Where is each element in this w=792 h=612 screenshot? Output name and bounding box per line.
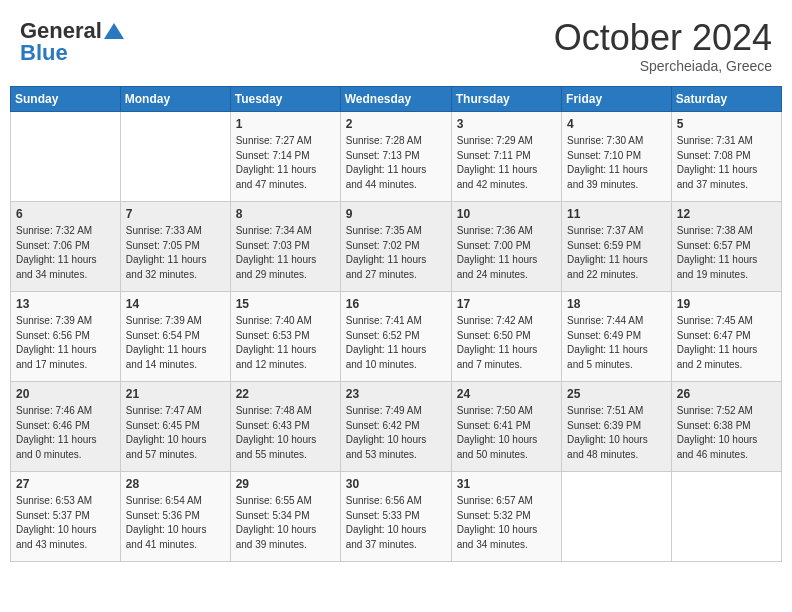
day-number: 17 xyxy=(457,296,556,313)
svg-marker-0 xyxy=(104,23,124,39)
day-info: Sunrise: 7:50 AM Sunset: 6:41 PM Dayligh… xyxy=(457,404,556,462)
calendar-cell: 2Sunrise: 7:28 AM Sunset: 7:13 PM Daylig… xyxy=(340,111,451,201)
day-info: Sunrise: 7:52 AM Sunset: 6:38 PM Dayligh… xyxy=(677,404,776,462)
day-number: 1 xyxy=(236,116,335,133)
day-number: 24 xyxy=(457,386,556,403)
calendar-cell xyxy=(120,111,230,201)
calendar-cell: 27Sunrise: 6:53 AM Sunset: 5:37 PM Dayli… xyxy=(11,471,121,561)
calendar-cell: 16Sunrise: 7:41 AM Sunset: 6:52 PM Dayli… xyxy=(340,291,451,381)
calendar-cell: 30Sunrise: 6:56 AM Sunset: 5:33 PM Dayli… xyxy=(340,471,451,561)
calendar-cell xyxy=(11,111,121,201)
calendar-cell: 15Sunrise: 7:40 AM Sunset: 6:53 PM Dayli… xyxy=(230,291,340,381)
calendar-cell: 26Sunrise: 7:52 AM Sunset: 6:38 PM Dayli… xyxy=(671,381,781,471)
day-info: Sunrise: 7:39 AM Sunset: 6:54 PM Dayligh… xyxy=(126,314,225,372)
week-row-1: 1Sunrise: 7:27 AM Sunset: 7:14 PM Daylig… xyxy=(11,111,782,201)
weekday-header-wednesday: Wednesday xyxy=(340,86,451,111)
logo-icon xyxy=(104,23,124,39)
calendar-cell: 4Sunrise: 7:30 AM Sunset: 7:10 PM Daylig… xyxy=(562,111,672,201)
weekday-header-saturday: Saturday xyxy=(671,86,781,111)
calendar-cell: 12Sunrise: 7:38 AM Sunset: 6:57 PM Dayli… xyxy=(671,201,781,291)
day-info: Sunrise: 6:55 AM Sunset: 5:34 PM Dayligh… xyxy=(236,494,335,552)
calendar-cell: 19Sunrise: 7:45 AM Sunset: 6:47 PM Dayli… xyxy=(671,291,781,381)
weekday-header-thursday: Thursday xyxy=(451,86,561,111)
weekday-header-sunday: Sunday xyxy=(11,86,121,111)
calendar-cell: 14Sunrise: 7:39 AM Sunset: 6:54 PM Dayli… xyxy=(120,291,230,381)
logo: General Blue xyxy=(20,18,124,66)
day-info: Sunrise: 7:32 AM Sunset: 7:06 PM Dayligh… xyxy=(16,224,115,282)
calendar-cell: 28Sunrise: 6:54 AM Sunset: 5:36 PM Dayli… xyxy=(120,471,230,561)
day-info: Sunrise: 7:41 AM Sunset: 6:52 PM Dayligh… xyxy=(346,314,446,372)
day-number: 4 xyxy=(567,116,666,133)
day-info: Sunrise: 6:54 AM Sunset: 5:36 PM Dayligh… xyxy=(126,494,225,552)
day-info: Sunrise: 7:35 AM Sunset: 7:02 PM Dayligh… xyxy=(346,224,446,282)
day-number: 28 xyxy=(126,476,225,493)
day-number: 2 xyxy=(346,116,446,133)
day-number: 15 xyxy=(236,296,335,313)
calendar-cell: 29Sunrise: 6:55 AM Sunset: 5:34 PM Dayli… xyxy=(230,471,340,561)
day-info: Sunrise: 7:44 AM Sunset: 6:49 PM Dayligh… xyxy=(567,314,666,372)
day-number: 14 xyxy=(126,296,225,313)
calendar-cell: 23Sunrise: 7:49 AM Sunset: 6:42 PM Dayli… xyxy=(340,381,451,471)
calendar-cell: 20Sunrise: 7:46 AM Sunset: 6:46 PM Dayli… xyxy=(11,381,121,471)
week-row-3: 13Sunrise: 7:39 AM Sunset: 6:56 PM Dayli… xyxy=(11,291,782,381)
day-number: 20 xyxy=(16,386,115,403)
day-number: 3 xyxy=(457,116,556,133)
day-number: 26 xyxy=(677,386,776,403)
day-number: 21 xyxy=(126,386,225,403)
day-number: 12 xyxy=(677,206,776,223)
day-info: Sunrise: 6:57 AM Sunset: 5:32 PM Dayligh… xyxy=(457,494,556,552)
week-row-2: 6Sunrise: 7:32 AM Sunset: 7:06 PM Daylig… xyxy=(11,201,782,291)
day-info: Sunrise: 7:29 AM Sunset: 7:11 PM Dayligh… xyxy=(457,134,556,192)
calendar-cell xyxy=(671,471,781,561)
logo-blue: Blue xyxy=(20,40,68,66)
day-info: Sunrise: 7:47 AM Sunset: 6:45 PM Dayligh… xyxy=(126,404,225,462)
day-info: Sunrise: 7:27 AM Sunset: 7:14 PM Dayligh… xyxy=(236,134,335,192)
day-info: Sunrise: 7:34 AM Sunset: 7:03 PM Dayligh… xyxy=(236,224,335,282)
week-row-5: 27Sunrise: 6:53 AM Sunset: 5:37 PM Dayli… xyxy=(11,471,782,561)
day-info: Sunrise: 7:48 AM Sunset: 6:43 PM Dayligh… xyxy=(236,404,335,462)
day-info: Sunrise: 7:39 AM Sunset: 6:56 PM Dayligh… xyxy=(16,314,115,372)
day-info: Sunrise: 7:36 AM Sunset: 7:00 PM Dayligh… xyxy=(457,224,556,282)
calendar-cell xyxy=(562,471,672,561)
calendar-cell: 7Sunrise: 7:33 AM Sunset: 7:05 PM Daylig… xyxy=(120,201,230,291)
calendar-cell: 17Sunrise: 7:42 AM Sunset: 6:50 PM Dayli… xyxy=(451,291,561,381)
calendar-cell: 10Sunrise: 7:36 AM Sunset: 7:00 PM Dayli… xyxy=(451,201,561,291)
week-row-4: 20Sunrise: 7:46 AM Sunset: 6:46 PM Dayli… xyxy=(11,381,782,471)
calendar-cell: 6Sunrise: 7:32 AM Sunset: 7:06 PM Daylig… xyxy=(11,201,121,291)
day-number: 18 xyxy=(567,296,666,313)
title-block: October 2024 Spercheiada, Greece xyxy=(554,18,772,74)
location-title: Spercheiada, Greece xyxy=(554,58,772,74)
day-number: 31 xyxy=(457,476,556,493)
day-info: Sunrise: 6:53 AM Sunset: 5:37 PM Dayligh… xyxy=(16,494,115,552)
day-number: 16 xyxy=(346,296,446,313)
day-number: 23 xyxy=(346,386,446,403)
day-info: Sunrise: 6:56 AM Sunset: 5:33 PM Dayligh… xyxy=(346,494,446,552)
day-info: Sunrise: 7:46 AM Sunset: 6:46 PM Dayligh… xyxy=(16,404,115,462)
weekday-header-tuesday: Tuesday xyxy=(230,86,340,111)
calendar-cell: 21Sunrise: 7:47 AM Sunset: 6:45 PM Dayli… xyxy=(120,381,230,471)
calendar-cell: 11Sunrise: 7:37 AM Sunset: 6:59 PM Dayli… xyxy=(562,201,672,291)
calendar-cell: 5Sunrise: 7:31 AM Sunset: 7:08 PM Daylig… xyxy=(671,111,781,201)
calendar-cell: 18Sunrise: 7:44 AM Sunset: 6:49 PM Dayli… xyxy=(562,291,672,381)
weekday-header-friday: Friday xyxy=(562,86,672,111)
day-info: Sunrise: 7:42 AM Sunset: 6:50 PM Dayligh… xyxy=(457,314,556,372)
month-title: October 2024 xyxy=(554,18,772,58)
calendar-cell: 25Sunrise: 7:51 AM Sunset: 6:39 PM Dayli… xyxy=(562,381,672,471)
weekday-header-row: SundayMondayTuesdayWednesdayThursdayFrid… xyxy=(11,86,782,111)
day-number: 5 xyxy=(677,116,776,133)
day-number: 29 xyxy=(236,476,335,493)
calendar-cell: 31Sunrise: 6:57 AM Sunset: 5:32 PM Dayli… xyxy=(451,471,561,561)
day-number: 6 xyxy=(16,206,115,223)
day-number: 22 xyxy=(236,386,335,403)
weekday-header-monday: Monday xyxy=(120,86,230,111)
day-info: Sunrise: 7:45 AM Sunset: 6:47 PM Dayligh… xyxy=(677,314,776,372)
day-number: 10 xyxy=(457,206,556,223)
day-number: 7 xyxy=(126,206,225,223)
day-info: Sunrise: 7:30 AM Sunset: 7:10 PM Dayligh… xyxy=(567,134,666,192)
calendar-table: SundayMondayTuesdayWednesdayThursdayFrid… xyxy=(10,86,782,562)
day-info: Sunrise: 7:37 AM Sunset: 6:59 PM Dayligh… xyxy=(567,224,666,282)
day-info: Sunrise: 7:38 AM Sunset: 6:57 PM Dayligh… xyxy=(677,224,776,282)
calendar-cell: 1Sunrise: 7:27 AM Sunset: 7:14 PM Daylig… xyxy=(230,111,340,201)
calendar-cell: 9Sunrise: 7:35 AM Sunset: 7:02 PM Daylig… xyxy=(340,201,451,291)
day-number: 25 xyxy=(567,386,666,403)
